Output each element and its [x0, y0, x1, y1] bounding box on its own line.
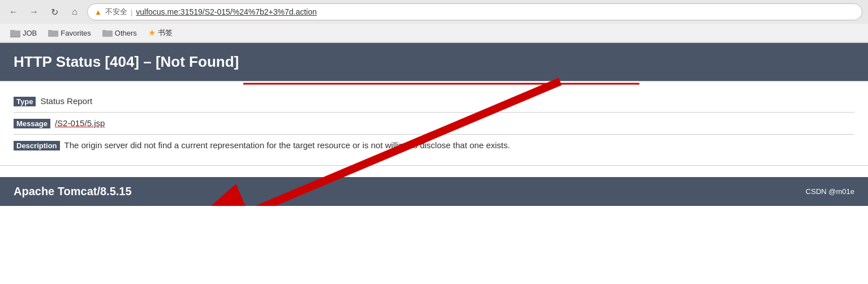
description-row: Description The origin server did not fi…: [14, 140, 854, 150]
divider-type: [14, 112, 854, 113]
bookmark-favorites-label: Favorites: [61, 29, 91, 37]
bookmark-job-label: JOB: [23, 29, 37, 37]
footer-bar: Apache Tomcat/8.5.15 CSDN @m01e: [0, 177, 868, 206]
folder-icon-3: [102, 29, 113, 37]
description-value: The origin server did not find a current…: [65, 140, 510, 150]
divider-message: [14, 134, 854, 135]
bookmark-star-label: 书签: [158, 28, 173, 38]
svg-rect-7: [102, 30, 106, 32]
http-header: HTTP Status [404] – [Not Found]: [0, 43, 868, 81]
type-label: Type: [14, 97, 36, 106]
svg-rect-3: [10, 30, 14, 32]
forward-button[interactable]: →: [26, 4, 42, 20]
bookmark-others-label: Others: [115, 29, 137, 37]
bookmark-star[interactable]: ★ 书签: [144, 26, 177, 40]
message-label: Message: [14, 119, 50, 128]
message-row: Message /S2-015/5.jsp: [14, 118, 854, 128]
back-button[interactable]: ←: [6, 4, 22, 20]
bookmarks-bar: JOB Favorites Others ★ 书签: [0, 24, 868, 42]
bookmark-others[interactable]: Others: [98, 27, 141, 39]
page-content: HTTP Status [404] – [Not Found] Type Sta…: [0, 43, 868, 206]
svg-rect-5: [48, 30, 52, 32]
address-bar[interactable]: ▲ 不安全 | vulfocus.me:31519/S2-015/%24%7b2…: [87, 3, 862, 20]
bookmark-favorites[interactable]: Favorites: [44, 27, 95, 39]
separator: |: [131, 8, 132, 16]
folder-icon-2: [48, 29, 58, 37]
description-label: Description: [14, 141, 60, 150]
content-body: Type Status Report Message /S2-015/5.jsp…: [0, 81, 868, 165]
star-icon: ★: [148, 28, 156, 38]
type-row: Type Status Report: [14, 96, 854, 106]
home-button[interactable]: ⌂: [67, 4, 83, 20]
bookmark-job[interactable]: JOB: [6, 27, 41, 39]
message-value: /S2-015/5.jsp: [55, 118, 105, 128]
url-display: vulfocus.me:31519/S2-015/%24%7b2+3%7d.ac…: [136, 7, 855, 16]
type-value: Status Report: [40, 96, 92, 106]
csdn-label: CSDN @m01e: [806, 187, 854, 196]
folder-icon: [10, 29, 20, 37]
divider-footer: [0, 165, 868, 166]
http-status-title: HTTP Status [404] – [Not Found]: [14, 53, 854, 71]
warning-icon: ▲: [94, 8, 102, 16]
footer-title: Apache Tomcat/8.5.15: [14, 185, 132, 198]
insecure-label: 不安全: [105, 7, 127, 17]
nav-bar: ← → ↻ ⌂ ▲ 不安全 | vulfocus.me:31519/S2-015…: [0, 0, 868, 24]
reload-button[interactable]: ↻: [46, 4, 62, 20]
